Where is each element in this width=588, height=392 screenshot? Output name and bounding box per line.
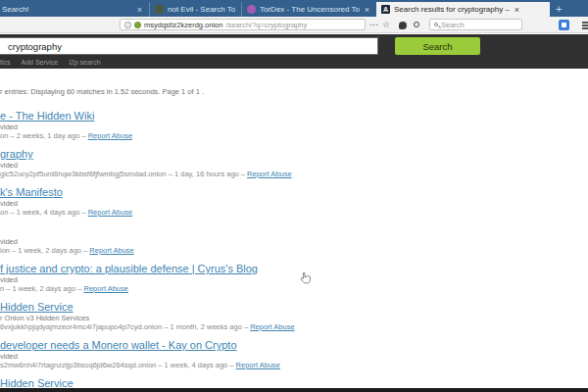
tab-title: Search results for cryptography – [394, 5, 510, 14]
search-result: videdion – 1 week, 2 days ago – Report A… [0, 224, 588, 255]
not-evil-favicon [155, 5, 164, 14]
search-result: e - The Hidden Wikividedon – 2 weeks, 1 … [0, 110, 588, 140]
browser-search-box[interactable]: Search [429, 19, 522, 30]
tab-title: not Evil - Search Tor [168, 5, 235, 14]
result-description: vided [0, 199, 588, 208]
tab-bar: Search! × not Evil - Search Tor TorDex -… [0, 0, 588, 17]
site-info-icon[interactable]: i [124, 22, 131, 28]
report-abuse-link[interactable]: Report Abuse [88, 131, 132, 140]
close-icon[interactable]: × [514, 5, 520, 15]
report-abuse-link[interactable]: Report Abuse [88, 208, 132, 217]
tab-title: Search! [2, 5, 29, 14]
ahmia-favicon: A [381, 5, 390, 14]
search-result: Hidden Service [0, 377, 588, 388]
extension-ring-icon[interactable] [414, 22, 419, 27]
result-title-link[interactable]: e - The Hidden Wiki [0, 110, 94, 122]
site-search-button[interactable]: Search [395, 37, 480, 55]
results-list: e - The Hidden Wikividedon – 2 weeks, 1 … [0, 110, 588, 388]
result-onion-url: n – 1 week, 2 days ago – [0, 284, 83, 293]
result-title-link[interactable]: f justice and crypto: a plausible defens… [0, 263, 258, 275]
result-description: vided [0, 275, 588, 284]
result-title-link[interactable]: graphy [0, 148, 33, 161]
browser-window: Search! × not Evil - Search Tor TorDex -… [0, 0, 588, 392]
new-tab-button[interactable]: + [556, 2, 562, 16]
bottom-strip [0, 388, 588, 392]
result-title-link[interactable]: developer needs a Monero wallet - Kay on… [0, 339, 237, 352]
results-page: r entries: Displaying 60 matches in 1.52… [0, 69, 588, 388]
result-meta: s2mw6nh4i7rtagnzzijp3bsoq6jd6w264sqd.oni… [0, 361, 588, 369]
search-result: Hidden Servicer Onion v3 Hidden Services… [0, 301, 588, 331]
search-result: f justice and crypto: a plausible defens… [0, 263, 588, 293]
result-description: vided [0, 122, 588, 131]
bookmark-star-icon[interactable]: ☆ [382, 19, 390, 30]
tab-not-evil[interactable]: not Evil - Search Tor [149, 2, 240, 17]
tab-search-results-active[interactable]: A Search results for cryptography – × [376, 2, 550, 17]
site-query-input[interactable]: cryptography [0, 37, 378, 55]
onion-circuit-icon[interactable] [134, 22, 141, 28]
tab-search[interactable]: Search! × [0, 2, 148, 17]
result-description: r Onion v3 Hidden Services [0, 314, 588, 322]
result-meta: on – 1 week, 4 days ago – Report Abuse [0, 208, 588, 217]
result-onion-url: s2mw6nh4i7rtagnzzijp3bsoq6jd6w264sqd.oni… [0, 361, 236, 369]
nav-link-i2p-search[interactable]: i2p search [69, 59, 100, 66]
result-title-link[interactable]: Hidden Service [0, 377, 74, 388]
search-placeholder: Search [441, 21, 465, 29]
result-description: vided [0, 237, 588, 246]
results-summary: r entries: Displaying 60 matches in 1.52… [0, 88, 588, 96]
report-abuse-link[interactable]: Report Abuse [236, 361, 280, 369]
search-icon [434, 23, 438, 26]
extension-dark-icon[interactable] [399, 22, 407, 29]
result-title-link[interactable]: Hidden Service [0, 301, 74, 314]
page-actions-icon[interactable]: ⋯ [369, 19, 378, 30]
search-result: k's Manifestovidedon – 1 week, 4 days ag… [0, 186, 588, 217]
search-result: graphyvidedgic52ucy2pf5urd6hqw3kbsf6fjfw… [0, 148, 588, 178]
url-bar[interactable]: i msydqstlz2kzerdg.onion/search/?q=crypt… [120, 19, 366, 30]
close-icon[interactable]: × [364, 5, 370, 15]
browser-toolbar: i msydqstlz2kzerdg.onion/search/?q=crypt… [0, 17, 588, 33]
result-onion-url: on – 2 weeks, 1 day ago – [0, 131, 88, 140]
tab-tordex[interactable]: TorDex - The Uncensored Tor lin × [241, 2, 375, 17]
url-domain: msydqstlz2kzerdg.onion [144, 21, 222, 29]
report-abuse-link[interactable]: Report Abuse [83, 284, 127, 293]
result-onion-url: gic52ucy2pf5urd6hqw3kbsf6fjfwmbgj5smdad.… [0, 170, 247, 178]
result-meta: 6vxjukkhpjqdyajmzeor4mc4i7japupo4p7cyd.o… [0, 322, 588, 331]
result-title-link[interactable]: k's Manifesto [0, 186, 63, 199]
report-abuse-link[interactable]: Report Abuse [247, 170, 291, 178]
result-meta: ion – 1 week, 2 days ago – Report Abuse [0, 246, 588, 255]
result-meta: n – 1 week, 2 days ago – Report Abuse [0, 284, 588, 293]
result-meta: gic52ucy2pf5urd6hqw3kbsf6fjfwmbgj5smdad.… [0, 170, 588, 178]
result-onion-url: 6vxjukkhpjqdyajmzeor4mc4i7japupo4p7cyd.o… [0, 322, 250, 331]
url-path: /search/?q=cryptography [225, 21, 307, 29]
tab-title: TorDex - The Uncensored Tor lin [260, 5, 360, 14]
site-search-header: cryptography Search tics Add Service i2p… [0, 34, 588, 69]
result-description: vided [0, 161, 588, 170]
result-onion-url: ion – 1 week, 2 days ago – [0, 246, 89, 255]
report-abuse-link[interactable]: Report Abuse [89, 246, 133, 255]
result-onion-url: on – 1 week, 4 days ago – [0, 208, 88, 217]
menu-icon[interactable] [582, 22, 588, 29]
tordex-favicon [247, 5, 256, 14]
search-result: developer needs a Monero wallet - Kay on… [0, 339, 588, 369]
result-description: vided [0, 352, 588, 361]
nav-link-add-service[interactable]: Add Service [22, 59, 59, 66]
close-icon[interactable]: × [136, 5, 143, 15]
site-nav: tics Add Service i2p search [0, 59, 101, 66]
nav-link-statistics[interactable]: tics [0, 59, 11, 66]
report-abuse-link[interactable]: Report Abuse [250, 322, 294, 331]
extension-blue-icon[interactable] [559, 20, 569, 30]
result-meta: on – 2 weeks, 1 day ago – Report Abuse [0, 131, 588, 140]
